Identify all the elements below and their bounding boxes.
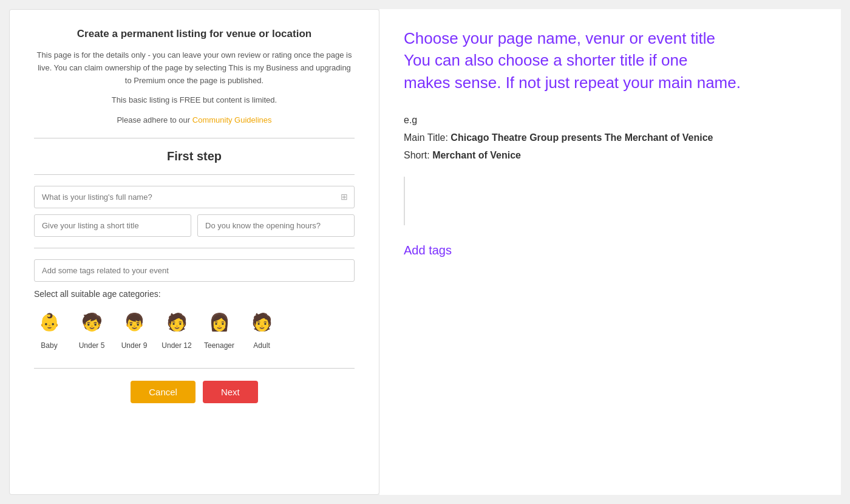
age-label-under5: Under 5 xyxy=(79,341,105,350)
free-note: This basic listing is FREE but content i… xyxy=(34,94,355,107)
age-label-baby: Baby xyxy=(41,341,57,350)
expand-icon: ⊞ xyxy=(341,192,348,202)
divider-1 xyxy=(34,138,355,138)
under5-icon: 🧒 xyxy=(76,307,107,338)
full-name-input-row: ⊞ xyxy=(34,186,355,208)
age-categories-label: Select all suitable age categories: xyxy=(34,289,355,299)
next-button[interactable]: Next xyxy=(203,381,258,403)
short-title-line: Short: Merchant of Venice xyxy=(404,147,817,165)
two-col-inputs xyxy=(34,214,355,237)
description-text: This page is for the details only - you … xyxy=(34,49,355,87)
divider-2 xyxy=(34,174,355,175)
community-text: Please adhere to our Community Guideline… xyxy=(34,114,355,127)
age-item-teenager[interactable]: 👩 Teenager xyxy=(204,307,234,350)
age-label-under9: Under 9 xyxy=(121,341,148,350)
community-prefix: Please adhere to our xyxy=(117,115,192,124)
tags-input[interactable] xyxy=(42,266,347,275)
age-item-baby[interactable]: 👶 Baby xyxy=(34,307,64,350)
right-heading: Choose your page name, venur or event ti… xyxy=(404,27,817,94)
main-title-label: Main Title: xyxy=(404,132,450,143)
teenager-icon: 👩 xyxy=(204,307,234,338)
age-item-under12[interactable]: 🧑 Under 12 xyxy=(162,307,192,350)
bottom-buttons: Cancel Next xyxy=(34,368,355,403)
divider-3 xyxy=(34,248,355,248)
short-value: Merchant of Venice xyxy=(432,150,521,160)
add-tags-link[interactable]: Add tags xyxy=(404,243,817,257)
step-title: First step xyxy=(34,149,355,163)
under9-icon: 👦 xyxy=(119,307,149,338)
community-link[interactable]: Community Guidelines xyxy=(192,115,272,124)
right-divider xyxy=(404,177,817,225)
age-item-under9[interactable]: 👦 Under 9 xyxy=(119,307,149,350)
baby-icon: 👶 xyxy=(34,307,64,338)
page-title: Create a permanent listing for venue or … xyxy=(34,28,355,40)
adult-icon: 🧑 xyxy=(246,307,277,338)
cancel-button[interactable]: Cancel xyxy=(131,381,195,403)
full-name-input[interactable] xyxy=(41,186,341,208)
right-panel: Choose your page name, venur or event ti… xyxy=(379,9,841,495)
age-label-teenager: Teenager xyxy=(204,341,234,350)
eg-label: e.g xyxy=(404,112,817,129)
description-body: This page is for the details only - you … xyxy=(37,50,352,85)
age-categories: 👶 Baby 🧒 Under 5 👦 Under 9 🧑 Under 12 👩 … xyxy=(34,307,355,350)
tags-input-wrapper xyxy=(34,259,355,282)
age-label-under12: Under 12 xyxy=(162,341,191,350)
short-label: Short: xyxy=(404,150,432,160)
example-text: e.g Main Title: Chicago Theatre Group pr… xyxy=(404,112,817,164)
under12-icon: 🧑 xyxy=(162,307,192,338)
age-item-adult[interactable]: 🧑 Adult xyxy=(246,307,277,350)
main-title-line: Main Title: Chicago Theatre Group presen… xyxy=(404,129,817,147)
age-item-under5[interactable]: 🧒 Under 5 xyxy=(76,307,107,350)
main-container: Create a permanent listing for venue or … xyxy=(9,9,841,495)
main-title-value: Chicago Theatre Group presents The Merch… xyxy=(450,132,713,143)
opening-hours-input[interactable] xyxy=(197,214,355,237)
age-label-adult: Adult xyxy=(253,341,270,350)
short-title-input[interactable] xyxy=(34,214,191,237)
left-panel: Create a permanent listing for venue or … xyxy=(9,9,379,495)
